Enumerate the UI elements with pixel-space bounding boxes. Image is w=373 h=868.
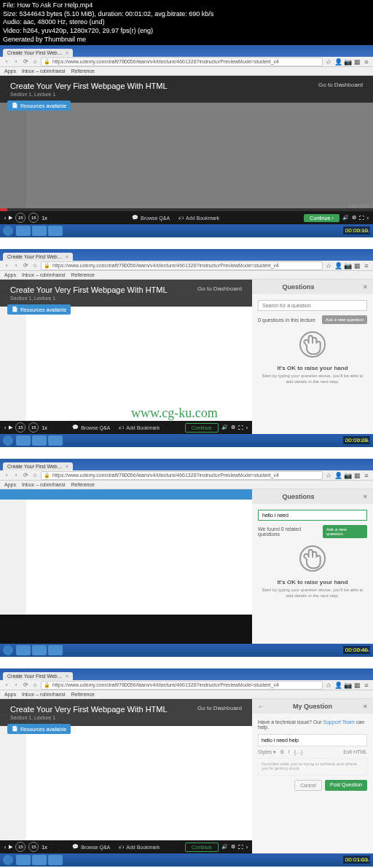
volume-icon[interactable]: 🔊 <box>342 215 349 221</box>
question-count: 0 questions in this lecture <box>258 317 315 323</box>
browse-qa-button[interactable]: 💬 Browse Q&A <box>132 215 170 221</box>
continue-button[interactable]: Continue <box>185 423 219 433</box>
lecture-subtitle: Section 1, Lecture 1 <box>10 92 168 97</box>
question-description[interactable]: Describe what you're trying to achieve a… <box>258 758 367 776</box>
frame-timestamp: 00:00:10 <box>343 226 370 234</box>
play-button[interactable]: ▶ <box>9 215 12 221</box>
browser-tabs: Create Your First Web…× <box>0 45 373 57</box>
player-controls: ‹ ▶ 15 15 1x 💬 Browse Q&A 🏷 Add Bookmark… <box>0 211 373 224</box>
hand-icon <box>299 331 326 358</box>
ok-raise-hand: It's OK to raise your hand <box>258 365 367 371</box>
code-button[interactable]: {…} <box>294 749 303 755</box>
start-button[interactable] <box>3 226 13 236</box>
close-panel-icon[interactable]: × <box>364 493 367 500</box>
frame-timestamp: 00:00:46 <box>343 646 370 654</box>
resources-button[interactable]: 📄 Resources available <box>7 100 71 111</box>
next-button[interactable]: › <box>367 216 369 221</box>
resources-button[interactable]: 📄 Resources available <box>7 304 71 315</box>
frame-timestamp: 00:00:28 <box>343 436 370 444</box>
bookmark-reference[interactable]: Reference <box>71 68 95 74</box>
bookmark-apps[interactable]: Apps <box>4 68 16 74</box>
menu-icon[interactable]: ≡ <box>363 58 370 66</box>
settings-icon[interactable]: ⚙ <box>352 215 356 221</box>
url-input[interactable]: 🔒https://www.udemy.com/draft/780056/lear… <box>41 261 323 270</box>
forward-button[interactable]: › <box>12 58 20 65</box>
browser-tab[interactable]: Create Your First Web…× <box>3 672 73 680</box>
home-button[interactable]: ⌂ <box>31 58 39 65</box>
ok-subtitle: Start by typing your question above, you… <box>258 374 367 385</box>
prev-button[interactable]: ‹ <box>4 216 6 221</box>
panel-title: Questions <box>283 283 315 291</box>
camera-icon[interactable]: 📷 <box>344 58 351 66</box>
question-title-input[interactable] <box>258 734 367 746</box>
lecture-title: Create Your Very First Webpage With HTML <box>10 82 168 90</box>
lock-icon: 🔒 <box>44 59 50 65</box>
user-icon[interactable]: 👤 <box>334 58 342 66</box>
bookmarks-bar: Apps Inbox – robinrhansi Reference <box>0 67 373 76</box>
cancel-button[interactable]: Cancel <box>294 780 322 791</box>
add-bookmark-button[interactable]: 🏷 Add Bookmark <box>178 215 219 221</box>
ask-question-button[interactable]: Ask a new question <box>323 525 367 538</box>
styles-dropdown[interactable]: Styles ▾ <box>258 749 276 755</box>
hand-icon <box>299 545 326 572</box>
post-question-button[interactable]: Post Question <box>325 780 367 791</box>
address-bar: ‹ › ⟳ ⌂ 🔒https://www.udemy.com/draft/780… <box>0 57 373 67</box>
browser-tab[interactable]: Create Your First Web…× <box>3 253 73 261</box>
close-panel-icon[interactable]: × <box>364 283 367 291</box>
star-icon[interactable]: ☆ <box>325 58 332 66</box>
tech-issue-text: Have a technical issue? Our Support Team… <box>258 719 367 730</box>
support-link[interactable]: Support Team <box>323 719 355 725</box>
url-input[interactable]: 🔒https://www.udemy.com/draft/780056/lear… <box>41 58 323 66</box>
speed-button[interactable]: 1x <box>42 216 47 221</box>
questions-panel: Questions× We found 0 related questionsA… <box>252 489 373 644</box>
exit-html-button[interactable]: Exit HTML <box>343 749 367 755</box>
search-question-input[interactable] <box>258 300 367 311</box>
italic-button[interactable]: I <box>288 749 290 755</box>
back-button[interactable]: ‹ <box>3 58 10 65</box>
frame-timestamp: 00:01:03 <box>343 856 370 864</box>
grid-icon[interactable]: ▦ <box>353 58 361 66</box>
bold-button[interactable]: B <box>280 749 284 755</box>
browser-tab[interactable]: Create Your First Web…× <box>3 462 73 470</box>
panel-title: My Question <box>252 703 373 710</box>
my-question-panel: ← My Question × Have a technical issue? … <box>252 699 373 853</box>
questions-panel: Questions× 0 questions in this lectureAs… <box>252 280 373 434</box>
file-metadata: File: How To Ask For Help.mp4 Size: 5344… <box>0 0 373 45</box>
watermark: www.cg-ku.com <box>131 406 218 421</box>
back-15-button[interactable]: 15 <box>15 213 25 223</box>
ask-question-button[interactable]: Ask a new question <box>322 315 367 324</box>
dashboard-link[interactable]: Go to Dashboard <box>318 82 363 88</box>
bookmark-inbox[interactable]: Inbox – robinrhansi <box>22 68 66 74</box>
taskbar: Friday <box>0 224 373 237</box>
fwd-15-button[interactable]: 15 <box>28 213 39 223</box>
browser-tab[interactable]: Create Your First Web…× <box>3 49 73 57</box>
reload-button[interactable]: ⟳ <box>22 58 29 65</box>
related-count: We found 0 related questions <box>258 526 323 537</box>
close-tab-icon[interactable]: × <box>66 50 68 55</box>
search-question-input[interactable] <box>258 510 367 521</box>
continue-button[interactable]: Continue › <box>304 214 339 222</box>
fullscreen-icon[interactable]: ⛶ <box>359 216 364 221</box>
